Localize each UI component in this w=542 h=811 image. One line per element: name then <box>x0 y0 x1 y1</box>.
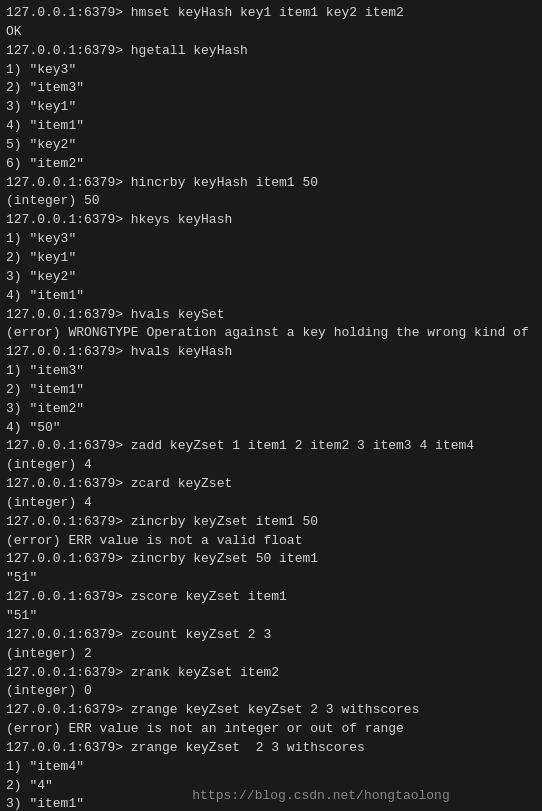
terminal-line: (error) ERR value is not an integer or o… <box>6 720 536 739</box>
terminal-line: 127.0.0.1:6379> hvals keySet <box>6 306 536 325</box>
watermark: https://blog.csdn.net/hongtaolong <box>100 788 542 803</box>
terminal-line: 127.0.0.1:6379> zrank keyZset item2 <box>6 664 536 683</box>
terminal-line: 127.0.0.1:6379> zrange keyZset keyZset 2… <box>6 701 536 720</box>
terminal-line: 3) "key1" <box>6 98 536 117</box>
terminal-line: 1) "item3" <box>6 362 536 381</box>
terminal: 127.0.0.1:6379> hmset keyHash key1 item1… <box>0 0 542 811</box>
terminal-line: (integer) 50 <box>6 192 536 211</box>
terminal-line: 127.0.0.1:6379> zscore keyZset item1 <box>6 588 536 607</box>
terminal-line: 5) "key2" <box>6 136 536 155</box>
terminal-line: 4) "50" <box>6 419 536 438</box>
terminal-line: 127.0.0.1:6379> hmset keyHash key1 item1… <box>6 4 536 23</box>
terminal-line: 127.0.0.1:6379> zadd keyZset 1 item1 2 i… <box>6 437 536 456</box>
terminal-line: 127.0.0.1:6379> zcard keyZset <box>6 475 536 494</box>
terminal-line: 4) "item1" <box>6 117 536 136</box>
terminal-line: (error) ERR value is not a valid float <box>6 532 536 551</box>
terminal-line: 127.0.0.1:6379> zrange keyZset 2 3 withs… <box>6 739 536 758</box>
terminal-line: 1) "item4" <box>6 758 536 777</box>
terminal-line: (integer) 4 <box>6 494 536 513</box>
terminal-line: 127.0.0.1:6379> hincrby keyHash item1 50 <box>6 174 536 193</box>
terminal-line: "51" <box>6 607 536 626</box>
terminal-line: 1) "key3" <box>6 61 536 80</box>
terminal-line: 2) "item1" <box>6 381 536 400</box>
terminal-line: 127.0.0.1:6379> hkeys keyHash <box>6 211 536 230</box>
terminal-line: 127.0.0.1:6379> hgetall keyHash <box>6 42 536 61</box>
terminal-line: "51" <box>6 569 536 588</box>
terminal-output: 127.0.0.1:6379> hmset keyHash key1 item1… <box>6 4 536 811</box>
terminal-line: (integer) 4 <box>6 456 536 475</box>
terminal-line: 3) "key2" <box>6 268 536 287</box>
terminal-line: 127.0.0.1:6379> zincrby keyZset item1 50 <box>6 513 536 532</box>
terminal-line: OK <box>6 23 536 42</box>
terminal-line: (integer) 2 <box>6 645 536 664</box>
terminal-line: 2) "item3" <box>6 79 536 98</box>
terminal-line: 6) "item2" <box>6 155 536 174</box>
terminal-line: 3) "item2" <box>6 400 536 419</box>
terminal-line: (integer) 0 <box>6 682 536 701</box>
terminal-line: 127.0.0.1:6379> zcount keyZset 2 3 <box>6 626 536 645</box>
terminal-line: 4) "item1" <box>6 287 536 306</box>
terminal-line: 127.0.0.1:6379> hvals keyHash <box>6 343 536 362</box>
terminal-line: 127.0.0.1:6379> zincrby keyZset 50 item1 <box>6 550 536 569</box>
terminal-line: 1) "key3" <box>6 230 536 249</box>
terminal-line: (error) WRONGTYPE Operation against a ke… <box>6 324 536 343</box>
terminal-line: 2) "key1" <box>6 249 536 268</box>
